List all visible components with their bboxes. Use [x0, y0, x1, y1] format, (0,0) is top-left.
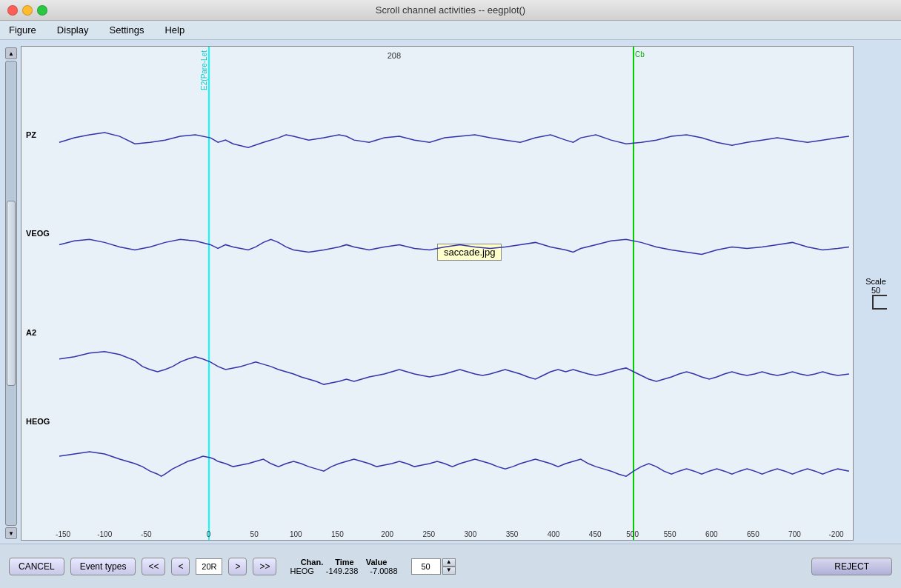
nav-fwd2-button[interactable]: >>: [253, 558, 276, 575]
menu-bar: Figure Display Settings Help: [0, 21, 901, 40]
eeg-waveforms: [21, 47, 853, 540]
x-tick: 500: [626, 530, 639, 538]
cancel-button[interactable]: CANCEL: [9, 558, 64, 575]
scale-stepper[interactable]: ▲ ▼: [442, 558, 456, 575]
x-tick: 600: [705, 530, 718, 538]
scale-value: 50: [871, 286, 880, 295]
x-tick: 700: [788, 530, 801, 538]
scale-input-area: ▲ ▼: [411, 558, 456, 575]
x-tick: 450: [589, 530, 602, 538]
eeg-plot-area[interactable]: PZ VEOG A2 HEOG E2(Pare-Let Cb 208 sacca…: [21, 46, 854, 541]
channel-info: Chan. Time Value HEOG -149.238 -7.0088: [290, 558, 397, 575]
time-label: Time: [335, 558, 353, 567]
scroll-thumb[interactable]: [7, 201, 16, 386]
minimize-button[interactable]: [22, 5, 33, 16]
nav-back1-button[interactable]: <: [171, 558, 190, 575]
menu-figure[interactable]: Figure: [6, 23, 39, 37]
value-label: Value: [366, 558, 388, 567]
x-tick: 0: [207, 530, 211, 538]
x-tick: 150: [331, 530, 344, 538]
x-tick: 650: [747, 530, 759, 538]
scale-down-button[interactable]: ▼: [442, 567, 456, 575]
x-tick: 400: [548, 530, 560, 538]
x-tick: -100: [97, 530, 112, 538]
nav-back2-button[interactable]: <<: [142, 558, 165, 575]
x-axis: -150 -100 -50 0 50 100 150 200 250 300 3…: [21, 528, 853, 540]
x-tick: -200: [829, 530, 844, 538]
x-tick: 50: [250, 530, 259, 538]
reject-button[interactable]: REJECT: [811, 558, 892, 575]
chan-label: Chan.: [301, 558, 324, 567]
scroll-down-arrow[interactable]: ▼: [5, 527, 17, 539]
data-value: -7.0088: [370, 567, 397, 575]
chan-value: HEOG: [290, 567, 313, 575]
scroll-track[interactable]: [5, 61, 17, 526]
title-bar: Scroll channel activities -- eegplot(): [0, 0, 901, 21]
scale-up-button[interactable]: ▲: [442, 558, 456, 567]
scale-area: Scale 50: [854, 46, 898, 541]
scale-bracket: [872, 295, 887, 310]
menu-help[interactable]: Help: [162, 23, 187, 37]
x-tick: 550: [664, 530, 676, 538]
x-tick: 250: [422, 530, 435, 538]
nav-fwd1-button[interactable]: >: [228, 558, 247, 575]
maximize-button[interactable]: [37, 5, 47, 16]
x-tick: -150: [56, 530, 70, 538]
scroll-up-arrow[interactable]: ▲: [5, 47, 17, 59]
x-tick: 350: [506, 530, 519, 538]
x-tick: 200: [381, 530, 393, 538]
nav-input[interactable]: [196, 558, 222, 575]
event-types-button[interactable]: Event types: [70, 558, 136, 575]
scale-input[interactable]: [411, 558, 441, 575]
time-value: -149.238: [326, 567, 358, 575]
menu-settings[interactable]: Settings: [106, 23, 147, 37]
footer: CANCEL Event types << < > >> Chan. Time …: [0, 544, 901, 588]
x-tick: -50: [141, 530, 151, 538]
x-tick: 300: [465, 530, 477, 538]
scale-label: Scale: [865, 277, 886, 286]
x-tick: 100: [290, 530, 302, 538]
close-button[interactable]: [7, 5, 18, 16]
vertical-scrollbar[interactable]: ▲ ▼: [3, 46, 19, 541]
menu-display[interactable]: Display: [54, 23, 92, 37]
window-title: Scroll channel activities -- eegplot(): [376, 4, 525, 16]
